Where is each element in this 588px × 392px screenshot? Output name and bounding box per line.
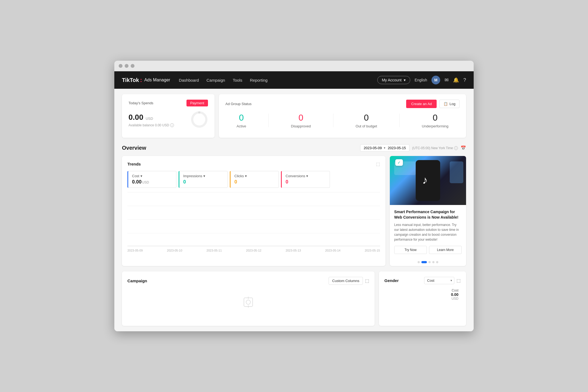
spends-currency: USD: [146, 117, 153, 121]
brand-subtitle: Ads Manager: [144, 78, 170, 82]
campaign-actions: Custom Columns ⬚: [329, 277, 369, 285]
log-button[interactable]: 📋 Log: [439, 100, 460, 108]
timezone-info-icon[interactable]: i: [454, 146, 458, 150]
bell-icon[interactable]: 🔔: [453, 77, 459, 83]
x-label-0: 2023-05-09: [127, 249, 143, 252]
calendar-icon[interactable]: 📅: [461, 145, 466, 151]
status-out-of-budget-count: 0: [356, 112, 377, 123]
metric-pill-clicks[interactable]: Clicks ▾ 0: [230, 171, 279, 188]
nav-links: Dashboard Campaign Tools Reporting: [179, 78, 369, 82]
bottom-section: Campaign Custom Columns ⬚: [122, 271, 466, 326]
status-metric-disapproved: 0 Disapproved: [291, 112, 311, 128]
x-label-3: 2023-05-12: [246, 249, 261, 252]
campaign-title: Campaign: [127, 278, 147, 283]
status-underperforming-label: Underperforming: [422, 124, 449, 128]
chart-gridline-1: [127, 192, 380, 192]
nav-dashboard[interactable]: Dashboard: [179, 78, 199, 82]
promo-dot-2[interactable]: [421, 261, 427, 263]
traffic-light-close[interactable]: [119, 64, 122, 68]
campaign-export-icon[interactable]: ⬚: [365, 278, 369, 283]
spends-title: Today's Spends: [128, 101, 153, 105]
timezone-note: (UTC-05:00) New York Time i: [412, 146, 458, 150]
promo-dot-3[interactable]: [428, 261, 431, 263]
metric-pill-cost[interactable]: Cost ▾ 0.00USD: [127, 171, 176, 188]
gender-title: Gender: [384, 278, 399, 283]
trends-card: Trends ⬚ Cost ▾ 0.00USD: [122, 156, 385, 266]
promo-body: Smart Performance Campaign for Web Conve…: [390, 205, 466, 258]
x-label-2: 2023-05-11: [207, 249, 222, 252]
spends-donut-chart: [191, 111, 208, 129]
create-ad-button[interactable]: Create an Ad: [406, 100, 437, 108]
svg-text:♪: ♪: [422, 174, 428, 186]
promo-image: ♪ ✓: [390, 156, 466, 205]
date-range-picker[interactable]: 2023-05-09 ▾ 2023-05-15: [360, 144, 409, 152]
mail-icon[interactable]: ✉: [445, 77, 449, 83]
status-divider-2: [333, 114, 333, 127]
status-active-label: Active: [237, 124, 246, 128]
chart-gridline-2: [127, 206, 380, 206]
gender-export-icon[interactable]: ⬚: [457, 278, 461, 283]
promo-dot-4[interactable]: [432, 261, 434, 263]
user-avatar[interactable]: M: [431, 76, 440, 84]
gender-cost-currency: USD: [451, 297, 458, 301]
status-actions: Create an Ad 📋 Log: [406, 100, 460, 108]
my-account-button[interactable]: My Account ▾: [377, 76, 410, 84]
overview-body: Trends ⬚ Cost ▾ 0.00USD: [122, 156, 466, 266]
cost-dropdown[interactable]: Cost Impressions Clicks: [424, 277, 454, 284]
nav-reporting[interactable]: Reporting: [250, 78, 268, 82]
impressions-value: 0: [183, 179, 223, 185]
spends-value: 0.00: [128, 113, 143, 121]
promo-dot-1[interactable]: [418, 261, 420, 263]
spends-amount: 0.00 USD Available balance 0.00 USD i: [128, 113, 186, 127]
promo-title: Smart Performance Campaign for Web Conve…: [394, 209, 462, 220]
date-arrow: ▾: [384, 146, 385, 150]
brand-tik: TikTok: [122, 77, 139, 83]
trends-chart-area: [127, 192, 380, 247]
svg-point-0: [192, 112, 206, 127]
clicks-chevron: ▾: [245, 174, 247, 178]
overview-section: Overview 2023-05-09 ▾ 2023-05-15 (UTC-05…: [122, 144, 466, 266]
conversions-label: Conversions ▾: [286, 174, 326, 178]
chart-gridline-4: [127, 233, 380, 233]
promo-dot-5[interactable]: [436, 261, 438, 263]
cost-value: 0.00USD: [132, 179, 172, 185]
nav-tools[interactable]: Tools: [233, 78, 242, 82]
balance-info-icon[interactable]: i: [170, 123, 174, 127]
payment-button[interactable]: Payment: [186, 100, 208, 106]
promo-card: ♪ ✓ Smart Performance Campaign for Web C…: [390, 156, 466, 266]
chart-x-labels: 2023-05-09 2023-05-10 2023-05-11 2023-05…: [127, 247, 380, 252]
campaign-header: Campaign Custom Columns ⬚: [127, 277, 369, 285]
status-metrics: 0 Active 0 Disapproved 0 Out of budget: [225, 112, 460, 128]
browser-window: TikTok: Ads Manager Dashboard Campaign T…: [114, 61, 474, 331]
chevron-down-icon: ▾: [404, 78, 406, 82]
impressions-label: Impressions ▾: [183, 174, 223, 178]
spends-card: Today's Spends Payment 0.00 USD Availabl…: [122, 94, 215, 138]
clicks-label: Clicks ▾: [234, 174, 275, 178]
navbar: TikTok: Ads Manager Dashboard Campaign T…: [114, 71, 474, 89]
x-label-4: 2023-05-13: [286, 249, 301, 252]
try-now-button[interactable]: Try Now: [394, 246, 427, 254]
traffic-light-minimize[interactable]: [125, 64, 128, 68]
trends-title: Trends: [127, 162, 141, 166]
log-icon: 📋: [443, 102, 448, 106]
status-out-of-budget-label: Out of budget: [356, 124, 377, 128]
trends-export-icon[interactable]: ⬚: [376, 161, 380, 167]
help-icon[interactable]: ?: [463, 77, 466, 83]
metric-pill-conversions[interactable]: Conversions ▾ 0: [281, 171, 330, 188]
custom-columns-button[interactable]: Custom Columns: [329, 277, 363, 285]
traffic-light-expand[interactable]: [131, 64, 134, 68]
app-container: TikTok: Ads Manager Dashboard Campaign T…: [114, 71, 474, 331]
metric-pill-impressions[interactable]: Impressions ▾ 0: [179, 171, 228, 188]
impressions-chevron: ▾: [203, 174, 205, 178]
nav-campaign[interactable]: Campaign: [207, 78, 225, 82]
svg-point-5: [246, 300, 250, 304]
trends-header: Trends ⬚: [127, 161, 380, 167]
promo-description: Less manual input, better performance. T…: [394, 222, 462, 242]
learn-more-button[interactable]: Learn More: [429, 246, 462, 254]
browser-chrome: [114, 61, 474, 71]
status-divider-1: [268, 114, 269, 127]
status-metric-underperforming: 0 Underperforming: [422, 112, 449, 128]
language-selector[interactable]: English: [415, 78, 427, 82]
promo-buttons: Try Now Learn More: [394, 246, 462, 254]
status-disapproved-count: 0: [291, 112, 311, 123]
